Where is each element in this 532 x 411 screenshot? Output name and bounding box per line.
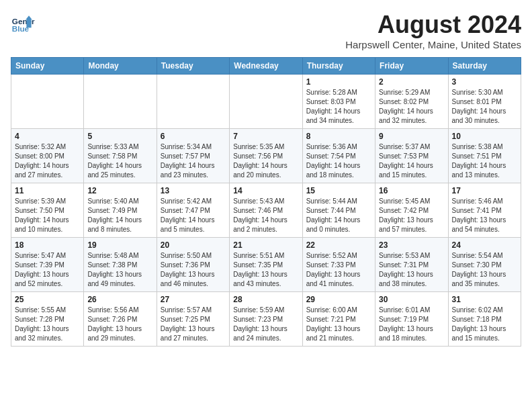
day-info: Sunrise: 5:51 AM Sunset: 7:35 PM Dayligh… xyxy=(233,251,298,289)
calendar-day-cell: 3Sunrise: 5:30 AM Sunset: 8:01 PM Daylig… xyxy=(448,75,521,129)
day-number: 27 xyxy=(161,295,226,304)
day-info: Sunrise: 5:55 AM Sunset: 7:28 PM Dayligh… xyxy=(15,306,80,343)
calendar-day-cell: 9Sunrise: 5:37 AM Sunset: 7:53 PM Daylig… xyxy=(375,129,448,183)
calendar-day-header: Tuesday xyxy=(157,58,229,75)
day-number: 5 xyxy=(87,132,152,141)
calendar-week-row: 18Sunrise: 5:47 AM Sunset: 7:39 PM Dayli… xyxy=(11,238,521,292)
day-info: Sunrise: 5:29 AM Sunset: 8:02 PM Dayligh… xyxy=(379,88,444,126)
location-title: Harpswell Center, Maine, United States xyxy=(345,39,521,50)
day-number: 31 xyxy=(452,295,517,304)
day-info: Sunrise: 5:40 AM Sunset: 7:49 PM Dayligh… xyxy=(87,197,152,234)
day-number: 24 xyxy=(452,240,517,250)
calendar-day-cell: 11Sunrise: 5:39 AM Sunset: 7:50 PM Dayli… xyxy=(11,183,84,238)
calendar-day-header: Thursday xyxy=(302,58,375,75)
calendar-day-header: Wednesday xyxy=(230,58,302,75)
day-info: Sunrise: 5:50 AM Sunset: 7:36 PM Dayligh… xyxy=(161,251,226,289)
calendar-day-cell xyxy=(84,75,157,129)
day-number: 29 xyxy=(306,295,371,304)
calendar-day-header: Monday xyxy=(84,58,157,75)
title-block: August 2024 Harpswell Center, Maine, Uni… xyxy=(345,11,521,50)
calendar-day-cell xyxy=(230,75,302,129)
calendar-week-row: 25Sunrise: 5:55 AM Sunset: 7:28 PM Dayli… xyxy=(11,292,521,347)
day-info: Sunrise: 5:39 AM Sunset: 7:50 PM Dayligh… xyxy=(15,197,80,234)
logo-icon: General Blue xyxy=(11,11,35,35)
calendar-day-cell: 19Sunrise: 5:48 AM Sunset: 7:38 PM Dayli… xyxy=(84,238,157,292)
calendar-table: SundayMondayTuesdayWednesdayThursdayFrid… xyxy=(11,57,521,347)
day-number: 2 xyxy=(379,77,444,87)
calendar-day-cell: 23Sunrise: 5:53 AM Sunset: 7:31 PM Dayli… xyxy=(375,238,448,292)
day-number: 6 xyxy=(161,132,226,141)
calendar-day-cell: 17Sunrise: 5:46 AM Sunset: 7:41 PM Dayli… xyxy=(448,183,521,238)
calendar-day-cell: 12Sunrise: 5:40 AM Sunset: 7:49 PM Dayli… xyxy=(84,183,157,238)
day-number: 12 xyxy=(87,186,152,195)
calendar-week-row: 4Sunrise: 5:32 AM Sunset: 8:00 PM Daylig… xyxy=(11,129,521,183)
day-number: 11 xyxy=(15,186,80,195)
calendar-day-cell: 30Sunrise: 6:01 AM Sunset: 7:19 PM Dayli… xyxy=(375,292,448,347)
day-number: 21 xyxy=(233,240,298,250)
calendar-day-cell: 20Sunrise: 5:50 AM Sunset: 7:36 PM Dayli… xyxy=(157,238,229,292)
calendar-week-row: 1Sunrise: 5:28 AM Sunset: 8:03 PM Daylig… xyxy=(11,75,521,129)
day-info: Sunrise: 5:56 AM Sunset: 7:26 PM Dayligh… xyxy=(87,306,152,343)
day-info: Sunrise: 5:45 AM Sunset: 7:42 PM Dayligh… xyxy=(379,197,444,234)
calendar-week-row: 11Sunrise: 5:39 AM Sunset: 7:50 PM Dayli… xyxy=(11,183,521,238)
calendar-day-cell xyxy=(11,75,84,129)
calendar-day-cell: 8Sunrise: 5:36 AM Sunset: 7:54 PM Daylig… xyxy=(302,129,375,183)
day-info: Sunrise: 5:35 AM Sunset: 7:56 PM Dayligh… xyxy=(233,142,298,180)
day-number: 28 xyxy=(233,295,298,304)
calendar-day-cell: 31Sunrise: 6:02 AM Sunset: 7:18 PM Dayli… xyxy=(448,292,521,347)
day-info: Sunrise: 5:28 AM Sunset: 8:03 PM Dayligh… xyxy=(306,88,371,126)
day-info: Sunrise: 6:00 AM Sunset: 7:21 PM Dayligh… xyxy=(306,306,371,343)
day-number: 23 xyxy=(379,240,444,250)
calendar-day-cell: 18Sunrise: 5:47 AM Sunset: 7:39 PM Dayli… xyxy=(11,238,84,292)
day-number: 22 xyxy=(306,240,371,250)
logo: General Blue xyxy=(11,11,38,35)
calendar-day-cell: 29Sunrise: 6:00 AM Sunset: 7:21 PM Dayli… xyxy=(302,292,375,347)
day-info: Sunrise: 5:43 AM Sunset: 7:46 PM Dayligh… xyxy=(233,197,298,234)
calendar-day-cell: 4Sunrise: 5:32 AM Sunset: 8:00 PM Daylig… xyxy=(11,129,84,183)
calendar-day-header: Sunday xyxy=(11,58,84,75)
day-number: 10 xyxy=(452,132,517,141)
page-header: General Blue August 2024 Harpswell Cente… xyxy=(11,11,521,50)
day-number: 9 xyxy=(379,132,444,141)
day-info: Sunrise: 5:33 AM Sunset: 7:58 PM Dayligh… xyxy=(87,142,152,180)
day-info: Sunrise: 5:52 AM Sunset: 7:33 PM Dayligh… xyxy=(306,251,371,289)
day-number: 4 xyxy=(15,132,80,141)
calendar-day-cell: 25Sunrise: 5:55 AM Sunset: 7:28 PM Dayli… xyxy=(11,292,84,347)
calendar-day-cell xyxy=(157,75,229,129)
calendar-day-cell: 14Sunrise: 5:43 AM Sunset: 7:46 PM Dayli… xyxy=(230,183,302,238)
day-number: 16 xyxy=(379,186,444,195)
day-number: 19 xyxy=(87,240,152,250)
calendar-day-cell: 26Sunrise: 5:56 AM Sunset: 7:26 PM Dayli… xyxy=(84,292,157,347)
calendar-day-cell: 5Sunrise: 5:33 AM Sunset: 7:58 PM Daylig… xyxy=(84,129,157,183)
day-info: Sunrise: 5:38 AM Sunset: 7:51 PM Dayligh… xyxy=(452,142,517,180)
day-number: 14 xyxy=(233,186,298,195)
calendar-day-header: Friday xyxy=(375,58,448,75)
day-info: Sunrise: 5:46 AM Sunset: 7:41 PM Dayligh… xyxy=(452,197,517,234)
day-info: Sunrise: 6:01 AM Sunset: 7:19 PM Dayligh… xyxy=(379,306,444,343)
day-number: 17 xyxy=(452,186,517,195)
day-number: 13 xyxy=(161,186,226,195)
day-number: 26 xyxy=(87,295,152,304)
day-info: Sunrise: 5:44 AM Sunset: 7:44 PM Dayligh… xyxy=(306,197,371,234)
day-info: Sunrise: 5:57 AM Sunset: 7:25 PM Dayligh… xyxy=(161,306,226,343)
day-info: Sunrise: 5:42 AM Sunset: 7:47 PM Dayligh… xyxy=(161,197,226,234)
calendar-day-cell: 7Sunrise: 5:35 AM Sunset: 7:56 PM Daylig… xyxy=(230,129,302,183)
calendar-day-cell: 15Sunrise: 5:44 AM Sunset: 7:44 PM Dayli… xyxy=(302,183,375,238)
day-info: Sunrise: 5:30 AM Sunset: 8:01 PM Dayligh… xyxy=(452,88,517,126)
day-number: 15 xyxy=(306,186,371,195)
day-number: 8 xyxy=(306,132,371,141)
day-number: 25 xyxy=(15,295,80,304)
day-info: Sunrise: 5:36 AM Sunset: 7:54 PM Dayligh… xyxy=(306,142,371,180)
calendar-day-cell: 21Sunrise: 5:51 AM Sunset: 7:35 PM Dayli… xyxy=(230,238,302,292)
calendar-day-cell: 13Sunrise: 5:42 AM Sunset: 7:47 PM Dayli… xyxy=(157,183,229,238)
day-info: Sunrise: 5:32 AM Sunset: 8:00 PM Dayligh… xyxy=(15,142,80,180)
day-info: Sunrise: 5:53 AM Sunset: 7:31 PM Dayligh… xyxy=(379,251,444,289)
calendar-day-cell: 22Sunrise: 5:52 AM Sunset: 7:33 PM Dayli… xyxy=(302,238,375,292)
day-number: 18 xyxy=(15,240,80,250)
day-info: Sunrise: 5:54 AM Sunset: 7:30 PM Dayligh… xyxy=(452,251,517,289)
day-info: Sunrise: 5:37 AM Sunset: 7:53 PM Dayligh… xyxy=(379,142,444,180)
calendar-day-header: Saturday xyxy=(448,58,521,75)
calendar-day-cell: 16Sunrise: 5:45 AM Sunset: 7:42 PM Dayli… xyxy=(375,183,448,238)
day-info: Sunrise: 5:48 AM Sunset: 7:38 PM Dayligh… xyxy=(87,251,152,289)
day-info: Sunrise: 5:34 AM Sunset: 7:57 PM Dayligh… xyxy=(161,142,226,180)
